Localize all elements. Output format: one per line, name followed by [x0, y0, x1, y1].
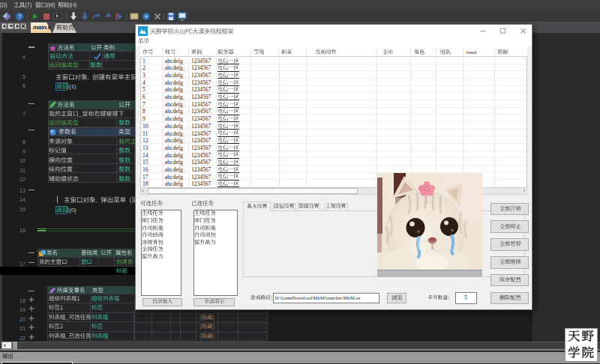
svg-text:?: ?	[18, 13, 22, 20]
